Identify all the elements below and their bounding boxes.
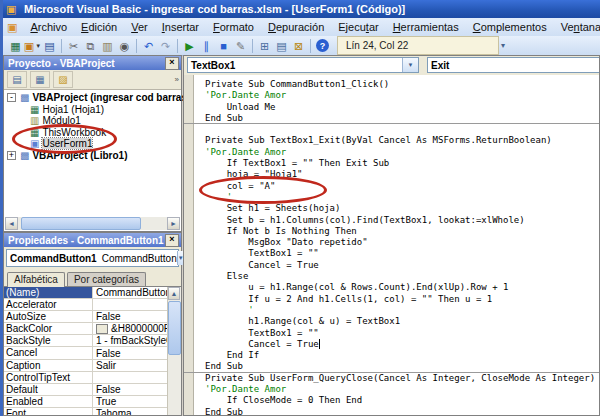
property-row[interactable]: Enabled True: [4, 396, 181, 408]
toolbar-icon[interactable]: ⧉▼: [82, 38, 99, 54]
code-line[interactable]: End If: [184, 350, 599, 361]
toolbar-icon[interactable]: ▣▼: [24, 38, 41, 54]
object-dropdown[interactable]: TextBox1 ▼: [187, 57, 419, 73]
code-line[interactable]: Unload Me: [184, 102, 599, 113]
code-text[interactable]: Private Sub CommandButton1_Click() 'Por.…: [184, 79, 599, 415]
menu-item[interactable]: Edición: [74, 20, 124, 34]
toolbar-icon[interactable]: ◉▼: [116, 38, 133, 54]
code-line[interactable]: ': [184, 305, 599, 316]
object-selector-dropdown[interactable]: CommandButton1 CommandButton ▼: [6, 249, 179, 267]
project-toolbar-button[interactable]: ▤: [7, 71, 27, 88]
scroll-up-icon[interactable]: ▲: [168, 287, 180, 300]
menu-item[interactable]: Complementos: [466, 20, 554, 34]
menu-item[interactable]: Archivo: [23, 20, 74, 34]
property-row[interactable]: Default False: [4, 384, 181, 396]
toolbar-icon[interactable]: ▼: [252, 39, 253, 53]
code-line[interactable]: Private Sub CommandButton1_Click(): [184, 79, 599, 90]
menu-item[interactable]: Formato: [206, 20, 261, 34]
code-line[interactable]: End Sub: [184, 113, 599, 124]
properties-panel-caption[interactable]: Propiedades - CommandButton1 ×: [4, 233, 181, 247]
properties-tab[interactable]: Por categorías: [67, 272, 146, 286]
menu-item[interactable]: Depuración: [261, 20, 331, 34]
property-row[interactable]: Font Tahoma: [4, 408, 181, 415]
code-line[interactable]: If Not b Is Nothing Then: [184, 226, 599, 237]
scroll-right-icon[interactable]: ►: [167, 217, 180, 230]
code-line[interactable]: Private Sub UserForm_QueryClose(Cancel A…: [184, 373, 599, 384]
property-row[interactable]: Caption Salir: [4, 360, 181, 372]
toolbar-icon[interactable]: ∥▼: [198, 38, 215, 54]
code-line[interactable]: End Sub: [184, 407, 599, 415]
scrollbar-thumb[interactable]: [21, 217, 141, 230]
code-line[interactable]: col = "A": [184, 181, 599, 192]
properties-tab[interactable]: Alfabética: [7, 272, 65, 287]
code-line[interactable]: 'Por.Dante Amor: [184, 90, 599, 101]
project-tree-item[interactable]: - ▩ VBAProject (ingresar cod barras.xls: [4, 92, 181, 104]
menu-item[interactable]: Ventana: [554, 20, 600, 34]
toolbar-icon[interactable]: ↷▼: [157, 38, 174, 54]
tree-expander[interactable]: +: [7, 151, 16, 160]
property-row[interactable]: BackColor &H8000000F&: [4, 323, 181, 335]
toolbar-icon[interactable]: ▦▼: [7, 38, 24, 54]
toolbar-icon[interactable]: ▼: [177, 39, 178, 53]
horizontal-scrollbar[interactable]: ◄ ►: [5, 217, 180, 230]
property-row[interactable]: (Name) CommandButton1: [4, 287, 181, 299]
toolbar-icon[interactable]: ▼: [310, 39, 311, 53]
project-tree-item[interactable]: ▦ Hoja1 (Hoja1): [4, 104, 181, 116]
title-bar[interactable]: ▣ Microsoft Visual Basic - ingresar cod …: [3, 0, 600, 18]
chevron-down-icon[interactable]: ▼: [402, 58, 418, 72]
scrollbar-thumb[interactable]: [168, 301, 181, 355]
code-line[interactable]: Else: [184, 271, 599, 282]
project-tree-item[interactable]: ▣ UserForm1: [4, 138, 181, 150]
code-line[interactable]: Private Sub TextBox1_Exit(ByVal Cancel A…: [184, 135, 599, 146]
toolbar-icon[interactable]: ⊞▼: [256, 38, 273, 54]
code-line[interactable]: hoja = "Hoja1": [184, 169, 599, 180]
code-line[interactable]: h1.Range(col & u) = TextBox1: [184, 316, 599, 327]
code-line[interactable]: TextBox1 = "": [184, 248, 599, 259]
code-line[interactable]: If CloseMode = 0 Then End: [184, 395, 599, 406]
toolbar-icon[interactable]: ▥▼: [99, 38, 116, 54]
menu-item[interactable]: Herramientas: [386, 20, 466, 34]
toolbar-icon[interactable]: ■▼: [215, 38, 232, 54]
menu-item[interactable]: Insertar: [155, 20, 206, 34]
tree-expander[interactable]: -: [7, 93, 16, 102]
panel-options-icon[interactable]: »: [175, 75, 179, 84]
property-row[interactable]: Accelerator: [4, 299, 181, 311]
property-row[interactable]: ControlTipText: [4, 372, 181, 384]
project-tree-item[interactable]: + ▩ VBAProject (Libro1): [4, 150, 181, 162]
code-line[interactable]: Set h1 = Sheets(hoja): [184, 203, 599, 214]
property-row[interactable]: Cancel False: [4, 347, 181, 359]
code-line[interactable]: Cancel = True: [184, 260, 599, 271]
project-tree-item[interactable]: ▦ ThisWorkbook: [4, 127, 181, 139]
property-row[interactable]: BackStyle 1 - fmBackStyleOpaque: [4, 335, 181, 347]
close-icon[interactable]: ×: [165, 57, 179, 70]
toolbar-icon[interactable]: ▶▼: [181, 38, 198, 54]
toolbar-icon[interactable]: ▤▼: [41, 38, 58, 54]
scroll-left-icon[interactable]: ◄: [5, 217, 18, 230]
code-line[interactable]: TextBox1 = "": [184, 328, 599, 339]
code-line[interactable]: Cancel = True: [184, 339, 599, 350]
menu-item[interactable]: Ver: [124, 20, 155, 34]
project-toolbar-button[interactable]: ▨: [53, 71, 73, 88]
toolbar-icon[interactable]: ✎▼: [232, 38, 249, 54]
property-row[interactable]: AutoSize False: [4, 311, 181, 323]
code-line[interactable]: Set b = h1.Columns(col).Find(TextBox1, l…: [184, 215, 599, 226]
code-line[interactable]: End Sub: [184, 361, 599, 372]
code-line[interactable]: MsgBox "Dato repetido": [184, 237, 599, 248]
code-line[interactable]: u = h1.Range(col & Rows.Count).End(xlUp)…: [184, 282, 599, 293]
help-icon[interactable]: ?: [316, 39, 329, 52]
toolbar-options-icon[interactable]: ▾: [501, 41, 505, 50]
code-line[interactable]: [184, 124, 599, 135]
code-line[interactable]: If TextBox1 = "" Then Exit Sub: [184, 158, 599, 169]
code-line[interactable]: If u = 2 And h1.Cells(1, col) = "" Then …: [184, 294, 599, 305]
toolbar-icon[interactable]: ✂▼: [65, 38, 82, 54]
project-panel-caption[interactable]: Proyecto - VBAProject ×: [4, 56, 181, 70]
toolbar-icon[interactable]: ↶▼: [140, 38, 157, 54]
code-line[interactable]: ': [184, 192, 599, 203]
toolbar-icon[interactable]: ▼: [136, 39, 137, 53]
close-icon[interactable]: ×: [165, 234, 179, 247]
code-line[interactable]: 'Por.Dante Amor: [184, 384, 599, 395]
toolbar-icon[interactable]: ▼: [61, 39, 62, 53]
code-line[interactable]: 'Por.Dante Amor: [184, 147, 599, 158]
project-tree-item[interactable]: ▥ Módulo1: [4, 115, 181, 127]
vertical-scrollbar[interactable]: ▲: [167, 287, 181, 415]
